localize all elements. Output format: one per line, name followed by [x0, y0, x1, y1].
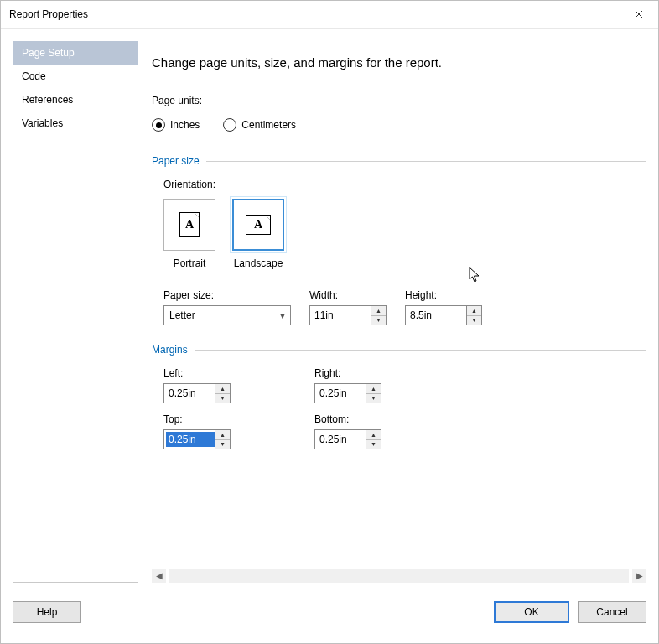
paper-size-row: Paper size: Letter ▼ Width: 11in — [163, 289, 646, 325]
content-pane: Change page units, size, and margins for… — [152, 39, 646, 583]
paper-size-value: Letter — [169, 309, 195, 321]
width-down[interactable]: ▼ — [371, 316, 386, 325]
window-title: Report Properties — [9, 8, 88, 20]
margin-right-field: Right: 0.25in ▲ ▼ — [314, 367, 465, 403]
margin-bottom-spinner[interactable]: 0.25in ▲ ▼ — [314, 429, 381, 449]
margin-top-label: Top: — [163, 413, 314, 425]
margins-grid: Left: 0.25in ▲ ▼ Right: — [163, 367, 646, 449]
width-spinner[interactable]: 11in ▲ ▼ — [309, 305, 387, 325]
orientation-landscape[interactable]: A Landscape — [232, 199, 284, 269]
close-button[interactable] — [620, 1, 658, 28]
titlebar: Report Properties — [1, 1, 658, 29]
report-properties-dialog: Report Properties Page Setup Code Refere… — [0, 0, 659, 644]
width-up[interactable]: ▲ — [371, 306, 386, 316]
sidebar-item-variables[interactable]: Variables — [13, 112, 138, 135]
orientation-options: A Portrait A — [163, 199, 646, 269]
paper-size-select[interactable]: Letter ▼ — [163, 305, 291, 325]
divider — [195, 350, 646, 351]
margin-top-down[interactable]: ▼ — [215, 440, 230, 449]
margin-right-down[interactable]: ▼ — [366, 394, 381, 403]
landscape-page-icon: A — [246, 215, 271, 235]
width-value: 11in — [310, 306, 371, 325]
dialog-footer: Help OK Cancel — [13, 583, 646, 631]
sidebar: Page Setup Code References Variables — [13, 39, 138, 583]
height-field: Height: 8.5in ▲ ▼ — [405, 289, 482, 325]
margin-bottom-up[interactable]: ▲ — [366, 430, 381, 440]
margin-top-up[interactable]: ▲ — [215, 430, 230, 440]
margin-right-up[interactable]: ▲ — [366, 384, 381, 394]
chevron-down-icon: ▼ — [278, 311, 287, 320]
margins-group-header: Margins — [152, 344, 646, 356]
paper-size-group-title: Paper size — [152, 155, 200, 167]
margin-right-label: Right: — [314, 367, 465, 379]
horizontal-scrollbar[interactable]: ◀ ▶ — [152, 569, 646, 583]
ok-button[interactable]: OK — [494, 601, 569, 623]
page-units-label: Page units: — [152, 95, 646, 106]
width-label: Width: — [309, 289, 387, 301]
margin-bottom-label: Bottom: — [314, 413, 465, 425]
margin-left-value: 0.25in — [164, 384, 215, 402]
close-icon — [635, 10, 643, 18]
orientation-portrait[interactable]: A Portrait — [163, 199, 215, 269]
divider — [206, 161, 646, 162]
page-units-radios: Inches Centimeters — [152, 118, 646, 132]
margin-left-label: Left: — [163, 367, 314, 379]
scroll-track[interactable] — [169, 569, 629, 583]
portrait-page-icon: A — [179, 212, 200, 237]
margin-top-field: Top: 0.25in ▲ ▼ — [163, 413, 314, 449]
height-spinner-buttons: ▲ ▼ — [466, 306, 481, 325]
margin-left-down[interactable]: ▼ — [215, 394, 230, 403]
orientation-label: Orientation: — [163, 179, 646, 190]
radio-centimeters[interactable]: Centimeters — [223, 118, 296, 132]
dialog-body: Page Setup Code References Variables Cha… — [1, 29, 658, 643]
portrait-box: A — [163, 199, 215, 251]
radio-inches-label: Inches — [170, 119, 200, 131]
help-button[interactable]: Help — [13, 601, 81, 623]
height-spinner[interactable]: 8.5in ▲ ▼ — [405, 305, 482, 325]
page-heading: Change page units, size, and margins for… — [152, 55, 646, 70]
height-value: 8.5in — [406, 306, 466, 325]
landscape-label: Landscape — [234, 257, 283, 269]
landscape-box: A — [232, 199, 284, 251]
margin-top-spinner[interactable]: 0.25in ▲ ▼ — [163, 429, 231, 449]
margin-left-up[interactable]: ▲ — [215, 384, 230, 394]
sidebar-item-code[interactable]: Code — [13, 65, 138, 88]
footer-right: OK Cancel — [494, 601, 646, 623]
height-up[interactable]: ▲ — [467, 306, 481, 316]
paper-size-group-header: Paper size — [152, 155, 646, 167]
width-field: Width: 11in ▲ ▼ — [309, 289, 387, 325]
radio-inches[interactable]: Inches — [152, 118, 200, 132]
margin-bottom-field: Bottom: 0.25in ▲ ▼ — [314, 413, 465, 449]
margin-bottom-down[interactable]: ▼ — [366, 440, 381, 449]
margin-left-field: Left: 0.25in ▲ ▼ — [163, 367, 314, 403]
paper-size-label: Paper size: — [163, 289, 291, 301]
width-spinner-buttons: ▲ ▼ — [371, 306, 386, 325]
radio-inches-indicator — [152, 118, 165, 132]
margin-top-value: 0.25in — [166, 432, 215, 447]
main-area: Page Setup Code References Variables Cha… — [13, 39, 646, 583]
radio-centimeters-label: Centimeters — [241, 119, 296, 131]
margin-right-spinner[interactable]: 0.25in ▲ ▼ — [314, 383, 381, 403]
cancel-button[interactable]: Cancel — [578, 601, 646, 623]
margin-bottom-value: 0.25in — [315, 430, 366, 449]
radio-centimeters-indicator — [223, 118, 236, 132]
height-down[interactable]: ▼ — [467, 316, 481, 325]
scroll-right-icon[interactable]: ▶ — [632, 569, 646, 583]
margin-left-spinner[interactable]: 0.25in ▲ ▼ — [163, 383, 231, 403]
portrait-label: Portrait — [174, 257, 206, 269]
margin-right-value: 0.25in — [315, 384, 366, 402]
scroll-left-icon[interactable]: ◀ — [152, 569, 166, 583]
sidebar-item-page-setup[interactable]: Page Setup — [13, 41, 138, 65]
height-label: Height: — [405, 289, 482, 301]
sidebar-item-references[interactable]: References — [13, 88, 138, 112]
content-inner: Change page units, size, and margins for… — [152, 39, 646, 547]
paper-size-field: Paper size: Letter ▼ — [163, 289, 291, 325]
margins-group-title: Margins — [152, 344, 188, 356]
